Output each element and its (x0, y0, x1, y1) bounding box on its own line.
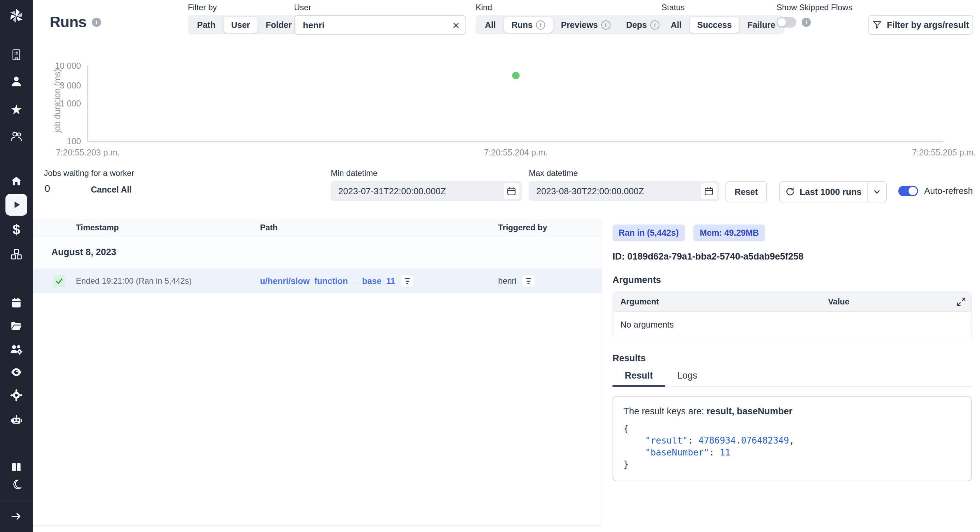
user-icon (11, 76, 22, 87)
eye-icon (10, 367, 22, 378)
last-runs-label: Last 1000 runs (800, 187, 862, 197)
show-skipped-toggle[interactable] (776, 17, 796, 27)
kind-group: Kind All Runs i Previews i Deps i (476, 3, 669, 34)
user-group-gear-icon (10, 343, 22, 355)
status-group: Status All Success Failure (662, 3, 784, 34)
expand-arguments-button[interactable] (956, 296, 967, 307)
sidebar-item-runs[interactable] (0, 194, 33, 216)
sidebar-item-home[interactable] (0, 175, 33, 187)
run-path-link[interactable]: u/henri/slow_function___base_11 (260, 276, 395, 286)
sidebar-item-user[interactable] (0, 76, 33, 88)
status-success-button[interactable]: Success (690, 17, 739, 33)
chart-point[interactable] (512, 72, 520, 79)
arguments-empty-state: No arguments (613, 311, 972, 340)
arguments-table-header: Argument Value (613, 292, 972, 311)
status-all-button[interactable]: All (663, 17, 689, 33)
refresh-icon (785, 187, 795, 197)
filter-by-label: Filter by (188, 3, 301, 12)
windmill-logo-icon[interactable] (0, 6, 33, 26)
page-title: Runs i (50, 14, 101, 31)
jobs-waiting-count: 0 (45, 183, 50, 194)
sidebar-item-schedules[interactable] (0, 297, 33, 309)
filter-by-folder-button[interactable]: Folder (258, 17, 299, 33)
x-tick-label: 7:20:55.204 p.m. (484, 148, 548, 157)
value-column-header: Value (828, 297, 850, 306)
table-row[interactable]: Ended 19:21:00 (Ran in 5,442s) u/henri/s… (33, 269, 601, 293)
filter-by-group: Filter by Path User Folder (188, 3, 301, 34)
json-key: "baseNumber" (645, 447, 709, 457)
json-comma: , (789, 435, 795, 446)
kind-runs-button[interactable]: Runs i (504, 17, 553, 33)
kind-runs-label: Runs (511, 20, 533, 30)
calendar-icon (11, 297, 22, 308)
cancel-all-button[interactable]: Cancel All (91, 185, 132, 195)
reset-button[interactable]: Reset (725, 181, 767, 202)
sidebar-item-docs[interactable] (0, 461, 33, 473)
duration-badge: Ran in (5,442s) (612, 224, 685, 241)
kind-segment: All Runs i Previews i Deps i (476, 15, 669, 34)
calendar-picker-icon[interactable] (701, 183, 717, 199)
json-close-brace: } (624, 459, 961, 470)
results-title: Results (612, 353, 972, 364)
user-input[interactable]: henri × (294, 15, 466, 35)
sidebar-item-resources[interactable] (0, 248, 33, 261)
filter-by-path-button[interactable]: Path (189, 17, 223, 33)
min-datetime-input[interactable]: 2023-07-31T22:00:00.000Z (331, 181, 522, 202)
y-tick-label: 1 000 (33, 98, 81, 108)
show-skipped-group: Show Skipped Flows i (776, 3, 853, 27)
min-datetime-label: Min datetime (331, 168, 522, 178)
info-icon: i (601, 21, 611, 30)
auto-refresh-toggle[interactable] (898, 186, 918, 196)
kind-label: Kind (476, 3, 669, 12)
tab-result[interactable]: Result (612, 370, 665, 386)
info-icon[interactable]: i (92, 18, 101, 27)
sidebar-item-theme[interactable] (0, 478, 33, 491)
y-tick-label: 100 (33, 137, 81, 146)
chevron-down-icon (872, 187, 882, 197)
sidebar-item-settings[interactable] (0, 389, 33, 402)
last-runs-menu-button[interactable] (867, 182, 886, 202)
sidebar-item-workspace[interactable] (0, 49, 33, 61)
sidebar-item-folders[interactable] (0, 320, 33, 332)
kind-previews-button[interactable]: Previews i (553, 17, 617, 33)
group-date-label: August 8, 2023 (51, 247, 116, 257)
chart-plot-area[interactable]: 10 000 3 000 1 000 100 7:20:55.203 p.m. … (87, 66, 944, 142)
calendar-picker-icon[interactable] (504, 183, 519, 199)
info-icon[interactable]: i (802, 18, 811, 27)
sidebar-item-variables[interactable]: $ (0, 223, 33, 237)
info-icon: i (650, 21, 659, 30)
kind-deps-label: Deps (626, 20, 647, 30)
gear-icon (10, 389, 22, 402)
result-summary: The result keys are: result, baseNumber (624, 406, 961, 417)
sidebar-collapse-button[interactable] (0, 510, 33, 523)
filter-by-user-button[interactable]: User (224, 17, 258, 33)
min-datetime-group: Min datetime 2023-07-31T22:00:00.000Z (331, 168, 522, 202)
filter-by-path-icon[interactable] (401, 275, 414, 287)
active-item-highlight (5, 194, 27, 216)
result-summary-prefix: The result keys are: (624, 406, 707, 416)
sidebar-item-favorites[interactable]: ★ (0, 103, 33, 116)
kind-all-button[interactable]: All (477, 17, 503, 33)
sidebar-item-workers[interactable] (0, 343, 33, 356)
max-datetime-input[interactable]: 2023-08-30T22:00:00.000Z (529, 181, 719, 202)
json-colon: : (709, 447, 720, 457)
last-runs-button[interactable]: Last 1000 runs (780, 187, 867, 197)
jobs-waiting-label: Jobs waiting for a worker (44, 168, 134, 178)
sidebar-item-groups[interactable] (0, 130, 33, 142)
tab-logs[interactable]: Logs (665, 370, 710, 386)
last-runs-split-button: Last 1000 runs (779, 181, 887, 202)
filter-args-result-button[interactable]: Filter by args/result (869, 15, 973, 35)
clear-icon[interactable]: × (453, 19, 460, 31)
filter-by-user-icon[interactable] (522, 275, 535, 287)
runs-duration-chart: job duration (ms) 10 000 3 000 1 000 100… (33, 59, 980, 160)
panel-divider (601, 219, 602, 526)
sidebar-item-ai[interactable] (0, 414, 33, 427)
sidebar-item-audit[interactable] (0, 366, 33, 378)
column-header-triggered-by: Triggered by (498, 219, 547, 235)
kind-deps-button[interactable]: Deps i (619, 17, 667, 33)
result-box: The result keys are: result, baseNumber … (612, 396, 972, 481)
show-skipped-label: Show Skipped Flows (776, 3, 853, 12)
folder-open-icon (11, 321, 22, 331)
run-triggered-by: henri (498, 276, 516, 286)
json-colon: : (688, 435, 698, 446)
